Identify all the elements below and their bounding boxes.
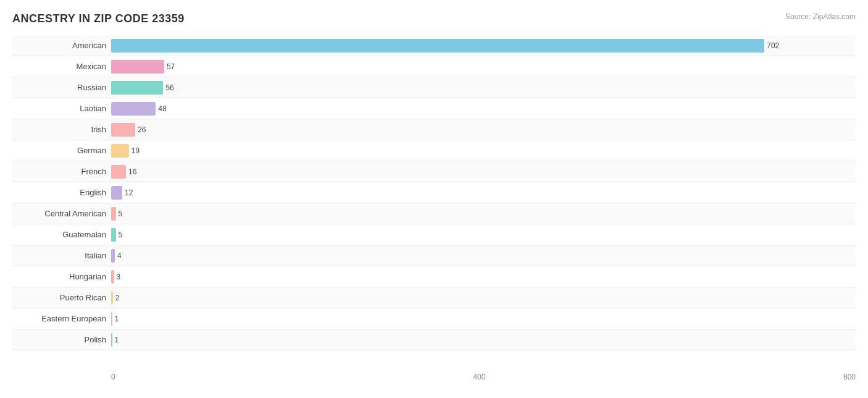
bar-wrapper: 12 <box>111 186 856 200</box>
bar-row: Irish26 <box>12 119 856 140</box>
bar-row: American702 <box>12 35 856 56</box>
x-axis: 0400800 <box>111 370 856 381</box>
bar-value-label: 2 <box>115 294 120 302</box>
bar-wrapper: 2 <box>111 291 856 305</box>
bar: 57 <box>111 60 164 74</box>
bar-label: Puerto Rican <box>12 293 111 302</box>
bar-wrapper: 16 <box>111 165 856 179</box>
bar-label: Irish <box>12 125 111 134</box>
bar: 12 <box>111 186 122 200</box>
chart-container: ANCESTRY IN ZIP CODE 23359 Source: ZipAt… <box>0 0 868 398</box>
bar-value-label: 48 <box>158 104 166 113</box>
bar-label: Guatemalan <box>12 230 111 239</box>
bar-wrapper: 56 <box>111 81 856 95</box>
bar-value-label: 56 <box>165 83 173 92</box>
bar-value-label: 4 <box>117 252 122 260</box>
bar-value-label: 5 <box>119 231 123 239</box>
bar-wrapper: 26 <box>111 123 856 137</box>
bar-row: German19 <box>12 140 856 161</box>
bar-wrapper: 3 <box>111 270 856 284</box>
bar-value-label: 702 <box>767 41 779 50</box>
bar-label: Laotian <box>12 104 111 113</box>
chart-area: American702Mexican57Russian56Laotian48Ir… <box>12 35 856 381</box>
chart-title: ANCESTRY IN ZIP CODE 23359 <box>12 12 856 25</box>
bar-wrapper: 5 <box>111 228 856 242</box>
bar-wrapper: 57 <box>111 60 856 74</box>
bar-value-label: 5 <box>119 210 123 218</box>
bar-label: American <box>12 41 111 50</box>
source-label: Source: ZipAtlas.com <box>785 12 856 21</box>
bar-wrapper: 1 <box>111 333 856 347</box>
bar-row: Eastern European1 <box>12 308 856 329</box>
bar: 1 <box>111 333 112 347</box>
bar-value-label: 26 <box>138 125 146 134</box>
bar-label: French <box>12 167 111 176</box>
rows-container: American702Mexican57Russian56Laotian48Ir… <box>12 35 856 363</box>
bar-label: Mexican <box>12 62 111 71</box>
bar-label: Polish <box>12 335 111 344</box>
bar: 2 <box>111 291 113 305</box>
bar-wrapper: 48 <box>111 102 856 116</box>
bar: 56 <box>111 81 163 95</box>
bar: 5 <box>111 228 116 242</box>
bar-row: French16 <box>12 161 856 182</box>
bar-row: Russian56 <box>12 77 856 98</box>
bar-value-label: 57 <box>167 62 175 71</box>
x-axis-label: 0 <box>111 373 115 381</box>
bar-row: Hungarian3 <box>12 266 856 287</box>
bar-row: Polish1 <box>12 329 856 350</box>
bar: 26 <box>111 123 135 137</box>
bar-wrapper: 702 <box>111 39 856 53</box>
bar: 3 <box>111 270 114 284</box>
bar-row: Mexican57 <box>12 56 856 77</box>
bar-label: Russian <box>12 83 111 92</box>
bar-value-label: 16 <box>128 167 136 176</box>
bar-label: Central American <box>12 209 111 218</box>
bar-value-label: 1 <box>115 336 119 344</box>
bar-wrapper: 19 <box>111 144 856 158</box>
bar-value-label: 12 <box>125 188 133 197</box>
bar: 48 <box>111 102 156 116</box>
bar-value-label: 3 <box>117 273 121 281</box>
bar-wrapper: 1 <box>111 312 856 326</box>
bar-label: German <box>12 146 111 155</box>
bar-row: Guatemalan5 <box>12 224 856 245</box>
bar: 19 <box>111 144 129 158</box>
bar: 1 <box>111 312 112 326</box>
bar-label: Italian <box>12 251 111 260</box>
bar: 5 <box>111 207 116 221</box>
bar-row: Italian4 <box>12 245 856 266</box>
bar-row: English12 <box>12 182 856 203</box>
bar-row: Puerto Rican2 <box>12 287 856 308</box>
bar-row: Central American5 <box>12 203 856 224</box>
bar-value-label: 19 <box>131 146 140 155</box>
x-axis-label: 800 <box>843 373 856 381</box>
bar-value-label: 1 <box>115 315 119 323</box>
bar: 16 <box>111 165 126 179</box>
x-axis-label: 400 <box>473 373 485 381</box>
bar: 4 <box>111 249 115 263</box>
bar-label: Eastern European <box>12 314 111 323</box>
bar-row: Laotian48 <box>12 98 856 119</box>
bar-label: English <box>12 188 111 197</box>
bar: 702 <box>111 39 764 53</box>
bar-wrapper: 4 <box>111 249 856 263</box>
bar-wrapper: 5 <box>111 207 856 221</box>
bar-label: Hungarian <box>12 272 111 281</box>
